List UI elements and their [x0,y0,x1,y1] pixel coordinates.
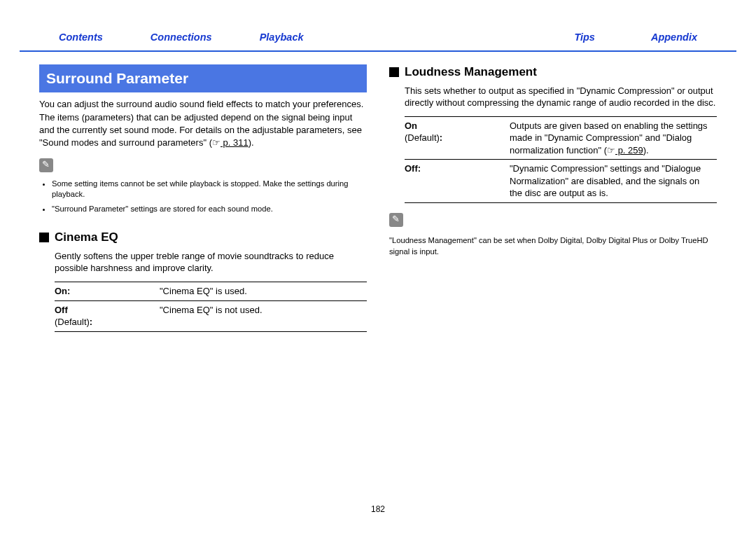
table-row: Off (Default): "Cinema EQ" is not used. [55,300,367,331]
loudness-mgmt-desc: This sets whether to output as specified… [405,85,717,109]
nav-tips[interactable]: Tips [574,31,595,45]
square-bullet-icon [389,67,399,77]
table-row: Off: "Dynamic Compression" settings and … [405,160,717,203]
section-banner: Surround Parameter [39,64,367,92]
left-column: Surround Parameter You can adjust the su… [39,64,367,332]
loudness-mgmt-table: On (Default): Outputs are given based on… [405,116,717,203]
note-item: Some setting items cannot be set while p… [52,179,367,200]
option-key: Off: [405,160,510,203]
intro-text-2: The items (parameters) that can be adjus… [39,111,367,148]
page-link-259[interactable]: ☞ p. 259 [607,145,643,155]
nav-connections[interactable]: Connections [150,31,212,45]
nav-appendix[interactable]: Appendix [651,31,697,45]
option-value: "Dynamic Compression" settings and "Dial… [510,160,717,203]
note-item: "Surround Parameter" settings are stored… [52,204,367,214]
note-text: "Loudness Management" can be set when Do… [389,235,717,256]
pointer-icon: ☞ [212,137,220,149]
page-link-311[interactable]: ☞ p. 311 [212,137,248,148]
option-key: Off (Default): [55,300,160,331]
note-box: "Loudness Management" can be set when Do… [389,213,717,257]
right-column: Loudness Management This sets whether to… [389,64,717,332]
cinema-eq-table: On: "Cinema EQ" is used. Off (Default): … [55,282,367,332]
option-key: On: [55,282,160,301]
table-row: On (Default): Outputs are given based on… [405,116,717,160]
pencil-icon [39,158,53,172]
option-value: "Cinema EQ" is used. [160,282,367,301]
square-bullet-icon [39,233,49,242]
option-value: "Cinema EQ" is not used. [160,300,367,331]
table-row: On: "Cinema EQ" is used. [55,282,367,301]
cinema-eq-desc: Gently softens the upper treble range of… [55,250,367,275]
note-box: Some setting items cannot be set while p… [39,158,367,214]
pencil-icon [389,213,403,227]
option-key: On (Default): [405,116,510,160]
top-nav: Contents Connections Playback Tips Appen… [20,0,736,52]
nav-contents[interactable]: Contents [59,31,103,45]
intro-text-1: You can adjust the surround audio sound … [39,98,367,111]
cinema-eq-heading: Cinema EQ [39,230,367,246]
nav-playback[interactable]: Playback [260,31,304,45]
loudness-mgmt-heading: Loudness Management [389,64,717,81]
option-value: Outputs are given based on enabling the … [510,116,717,160]
pointer-icon: ☞ [607,144,615,157]
page-number: 182 [0,504,756,515]
